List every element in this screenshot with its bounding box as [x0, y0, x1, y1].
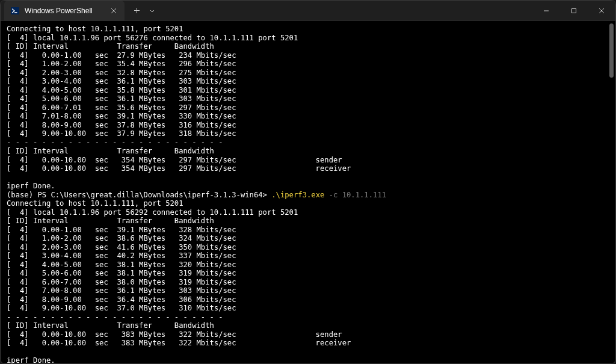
minimize-button[interactable] [532, 1, 560, 21]
terminal-viewport[interactable]: Connecting to host 10.1.1.111, port 5201… [1, 21, 615, 363]
line: [ 4] 5.00-6.00 sec 38.1 MBytes 319 Mbits… [7, 269, 236, 277]
line: Connecting to host 10.1.1.111, port 5201 [7, 25, 183, 33]
line: [ 4] local 10.1.1.96 port 56292 connecte… [7, 208, 298, 217]
line: [ 4] 8.00-9.00 sec 37.8 MBytes 316 Mbits… [7, 121, 236, 129]
line: [ 4] 1.00-2.00 sec 35.4 MBytes 296 Mbits… [7, 60, 236, 68]
line: [ 4] 0.00-1.00 sec 39.1 MBytes 328 Mbits… [7, 226, 236, 234]
terminal-output: Connecting to host 10.1.1.111, port 5201… [7, 25, 609, 363]
line: [ 4] 9.00-10.00 sec 37.9 MBytes 318 Mbit… [7, 129, 236, 138]
line: [ 4] 6.00-7.01 sec 35.6 MBytes 297 Mbits… [7, 103, 236, 112]
line: [ 4] 5.00-6.00 sec 36.1 MBytes 303 Mbits… [7, 94, 236, 103]
line: [ 4] 2.00-3.00 sec 41.6 MBytes 350 Mbits… [7, 243, 236, 251]
tab-dropdown-button[interactable] [145, 2, 159, 19]
cmd-exec: .\iperf3.exe [271, 191, 324, 199]
tab-title: Windows PowerShell [25, 7, 104, 15]
line: [ 4] 3.00-4.00 sec 40.2 MBytes 337 Mbits… [7, 251, 236, 260]
line: [ 4] 4.00-5.00 sec 38.1 MBytes 320 Mbits… [7, 261, 236, 269]
titlebar: Windows PowerShell [1, 1, 615, 21]
prompt-base: (base) [7, 191, 37, 199]
prompt-path: PS C:\Users\great.dilla\Downloads\iperf-… [37, 191, 271, 199]
line: [ 4] 0.00-10.00 sec 354 MBytes 297 Mbits… [7, 164, 351, 173]
new-tab-button[interactable] [128, 2, 145, 19]
close-button[interactable] [588, 1, 615, 21]
line: [ 4] 0.00-10.00 sec 383 MBytes 322 Mbits… [7, 339, 351, 347]
line: [ ID] Interval Transfer Bandwidth [7, 147, 214, 155]
line: [ 4] 0.00-1.00 sec 27.9 MBytes 234 Mbits… [7, 51, 236, 60]
separator: - - - - - - - - - - - - - - - - - - - - … [7, 138, 223, 147]
tab-close-button[interactable] [109, 6, 119, 16]
powershell-icon [10, 6, 20, 16]
svg-rect-3 [572, 8, 576, 13]
scrollbar-thumb[interactable] [609, 23, 614, 78]
line: [ 4] 7.00-8.00 sec 36.1 MBytes 303 Mbits… [7, 286, 236, 295]
prompt-line: (base) PS C:\Users\great.dilla\Downloads… [7, 191, 386, 199]
line: [ ID] Interval Transfer Bandwidth [7, 321, 214, 330]
window-controls [532, 1, 615, 21]
line: Connecting to host 10.1.1.111, port 5201 [7, 199, 183, 208]
line: [ ID] Interval Transfer Bandwidth [7, 42, 214, 51]
line: [ 4] 1.00-2.00 sec 38.6 MBytes 324 Mbits… [7, 234, 236, 242]
svg-rect-0 [11, 7, 19, 14]
line: [ 4] 3.00-4.00 sec 36.1 MBytes 303 Mbits… [7, 77, 236, 85]
line: iperf Done. [7, 356, 55, 363]
cmd-args: -c 10.1.1.111 [324, 191, 386, 199]
line: [ 4] 0.00-10.00 sec 383 MBytes 322 Mbits… [7, 330, 342, 339]
line: [ 4] 6.00-7.00 sec 38.0 MBytes 319 Mbits… [7, 278, 236, 286]
tab-powershell[interactable]: Windows PowerShell [4, 1, 125, 21]
line: [ 4] 2.00-3.00 sec 32.8 MBytes 275 Mbits… [7, 69, 236, 77]
line: [ 4] 8.00-9.00 sec 36.4 MBytes 306 Mbits… [7, 295, 236, 304]
maximize-button[interactable] [560, 1, 588, 21]
line: [ 4] local 10.1.1.96 port 56276 connecte… [7, 34, 298, 42]
line: [ 4] 9.00-10.00 sec 37.0 MBytes 310 Mbit… [7, 304, 236, 312]
line: iperf Done. [7, 182, 55, 190]
separator: - - - - - - - - - - - - - - - - - - - - … [7, 313, 223, 321]
line: [ 4] 4.00-5.00 sec 35.8 MBytes 301 Mbits… [7, 86, 236, 94]
line: [ ID] Interval Transfer Bandwidth [7, 217, 214, 225]
line: [ 4] 7.01-8.00 sec 39.1 MBytes 330 Mbits… [7, 112, 236, 120]
line: [ 4] 0.00-10.00 sec 354 MBytes 297 Mbits… [7, 156, 342, 164]
